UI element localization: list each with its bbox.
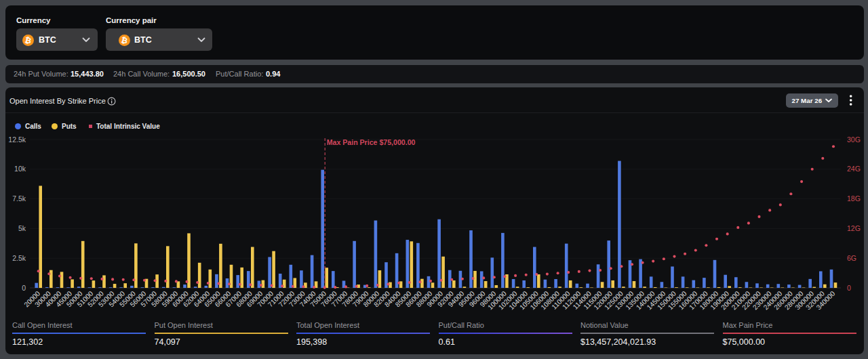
svg-text:18G: 18G	[847, 194, 861, 203]
svg-text:12G: 12G	[847, 224, 861, 232]
svg-text:0: 0	[847, 284, 851, 292]
svg-text:5k: 5k	[18, 224, 26, 232]
svg-text:24G: 24G	[847, 165, 861, 173]
svg-text:2.5k: 2.5k	[12, 254, 26, 262]
svg-text:0: 0	[22, 284, 26, 292]
svg-text:7.5k: 7.5k	[12, 194, 26, 203]
svg-text:6G: 6G	[847, 254, 856, 262]
svg-text:10k: 10k	[14, 165, 26, 173]
svg-text:12.5k: 12.5k	[8, 135, 26, 144]
svg-text:Max Pain Price $75,000.00: Max Pain Price $75,000.00	[327, 138, 416, 146]
svg-text:30G: 30G	[847, 135, 861, 144]
